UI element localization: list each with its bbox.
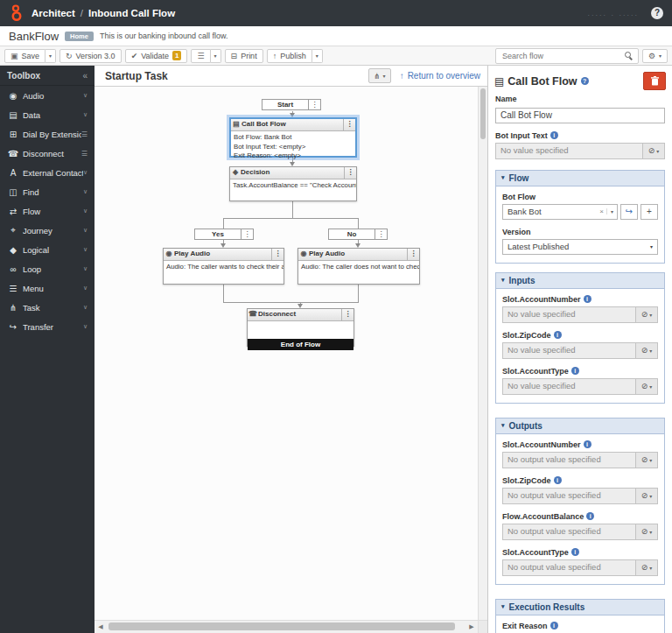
- canvas-horizontal-scrollbar[interactable]: ◀ ▶: [94, 620, 478, 633]
- chevron-down-icon[interactable]: ∨: [83, 207, 88, 215]
- chevron-down-icon[interactable]: ∨: [83, 92, 88, 99]
- add-flow-button[interactable]: +: [640, 204, 658, 220]
- chevron-down-icon[interactable]: ∨: [83, 246, 88, 253]
- output-value-field[interactable]: No output value specified⊘▾: [502, 559, 658, 576]
- value-mode-button[interactable]: ⊘▾: [635, 343, 657, 358]
- value-mode-button[interactable]: ⊘▾: [635, 307, 657, 322]
- search-input[interactable]: [500, 51, 621, 61]
- toolbox-item-journey[interactable]: ⌖Journey∨: [0, 221, 94, 240]
- toolbox-item-data[interactable]: ▤Data∨: [0, 105, 94, 124]
- value-mode-button[interactable]: ⊘▾: [635, 453, 657, 468]
- scrollbar-thumb[interactable]: [108, 622, 455, 630]
- breadcrumb-app[interactable]: Architect: [32, 8, 75, 18]
- chevron-down-icon[interactable]: ∨: [83, 111, 88, 118]
- publish-button[interactable]: ↑Publish: [267, 49, 312, 63]
- help-icon[interactable]: ?: [651, 7, 663, 19]
- toolbox-item-task[interactable]: ⋔Task∨: [0, 298, 94, 317]
- execution-results-header[interactable]: ▾Execution Results: [496, 600, 664, 615]
- save-menu-button[interactable]: ▾: [46, 49, 56, 63]
- value-mode-button[interactable]: ⊘▾: [635, 379, 657, 394]
- scrollbar-thumb[interactable]: [480, 88, 486, 139]
- disconnect-node[interactable]: ☎ Disconnect ⋮ End of Flow: [247, 308, 354, 347]
- node-menu-icon[interactable]: ⋮: [407, 249, 419, 260]
- outputs-section-header[interactable]: ▾Outputs: [496, 418, 664, 434]
- scroll-right-icon[interactable]: ▶: [466, 623, 478, 630]
- scroll-left-icon[interactable]: ◀: [94, 623, 107, 630]
- input-value-field[interactable]: No value specified⊘▾: [502, 378, 658, 395]
- toolbox-item-transfer[interactable]: ↪Transfer∨: [0, 317, 94, 336]
- toolbox-item-logical[interactable]: ◆Logical∨: [0, 240, 94, 259]
- yes-branch-label[interactable]: Yes ⋮: [194, 229, 254, 240]
- chevron-down-icon[interactable]: ∨: [83, 265, 88, 272]
- open-flow-button[interactable]: ↪: [620, 204, 638, 220]
- output-value-field[interactable]: No output value specified⊘▾: [502, 488, 658, 504]
- input-value-field[interactable]: No value specified⊘▾: [502, 306, 658, 323]
- info-icon[interactable]: i: [586, 512, 594, 520]
- help-icon[interactable]: ?: [581, 77, 589, 85]
- version-button[interactable]: ↻Version 3.0: [60, 49, 122, 63]
- decision-node[interactable]: ◈ Decision ⋮ Task.AccountBalance == "Che…: [229, 166, 357, 201]
- search-icon[interactable]: [625, 52, 634, 60]
- chevron-down-icon[interactable]: ∨: [83, 169, 88, 176]
- toolbox-item-dial-by-extension[interactable]: ⊞Dial By Extension☰: [0, 124, 94, 144]
- start-node[interactable]: Start ⋮: [262, 99, 321, 110]
- info-icon[interactable]: i: [571, 367, 579, 375]
- node-menu-icon[interactable]: ⋮: [308, 100, 320, 109]
- toolbox-item-loop[interactable]: ∞Loop∨: [0, 259, 94, 278]
- genesys-logo-icon[interactable]: [9, 4, 23, 23]
- value-mode-button[interactable]: ⊘▾: [635, 560, 657, 575]
- info-icon[interactable]: i: [584, 440, 592, 448]
- value-mode-button[interactable]: ⊘▾: [642, 144, 664, 158]
- account-text[interactable]: ..... . .....: [587, 9, 639, 18]
- toolbox-item-flow[interactable]: ⇄Flow∨: [0, 201, 94, 221]
- output-value-field[interactable]: No output value specified⊘▾: [502, 524, 658, 540]
- play-audio-no-node[interactable]: ◉ Play Audio ⋮ Audio: The caller does no…: [298, 248, 420, 285]
- node-menu-icon[interactable]: ⋮: [341, 309, 354, 320]
- toolbox-item-audio[interactable]: ◉Audio∨: [0, 86, 94, 105]
- delete-node-button[interactable]: [643, 72, 666, 90]
- flow-canvas[interactable]: Start ⋮ ▤ Call Bot Flow ⋮ Bot Flow: Bank…: [94, 87, 478, 620]
- output-value-field[interactable]: No output value specified⊘▾: [502, 452, 658, 468]
- play-audio-yes-node[interactable]: ◉ Play Audio ⋮ Audio: The caller wants t…: [163, 248, 284, 285]
- node-menu-icon[interactable]: ⋮: [374, 229, 387, 239]
- toolbox-item-find[interactable]: ◫Find∨: [0, 182, 94, 201]
- value-mode-button[interactable]: ⊘▾: [635, 524, 657, 539]
- chevron-down-icon[interactable]: ∨: [83, 188, 88, 195]
- chevron-down-icon[interactable]: ∨: [83, 285, 88, 292]
- no-branch-label[interactable]: No ⋮: [328, 229, 388, 240]
- name-input[interactable]: [495, 108, 665, 123]
- input-value-field[interactable]: No value specified⊘▾: [502, 342, 658, 359]
- toolbox-item-external-contacts[interactable]: AExternal Contacts∨: [0, 163, 94, 182]
- inputs-section-header[interactable]: ▾Inputs: [496, 273, 664, 289]
- print-button[interactable]: ⊟Print: [225, 49, 263, 63]
- toolbox-item-disconnect[interactable]: ☎Disconnect☰: [0, 144, 94, 163]
- node-menu-icon[interactable]: ⋮: [241, 229, 253, 239]
- chevron-down-icon[interactable]: ∨: [83, 323, 88, 330]
- return-to-overview-link[interactable]: ↑Return to overview: [400, 71, 480, 81]
- chevron-down-icon[interactable]: ∨: [83, 304, 88, 311]
- info-icon[interactable]: i: [550, 622, 558, 629]
- list-view-menu-button[interactable]: ▾: [211, 49, 221, 63]
- value-mode-button[interactable]: ⊘▾: [635, 489, 657, 503]
- info-icon[interactable]: i: [554, 476, 562, 484]
- canvas-settings-button[interactable]: ⚙▾: [642, 49, 668, 63]
- node-menu-icon[interactable]: ⋮: [344, 167, 356, 179]
- flow-section-header[interactable]: ▾Flow: [496, 171, 664, 186]
- info-icon[interactable]: i: [584, 295, 592, 303]
- list-view-button[interactable]: ☰: [191, 49, 210, 63]
- bot-input-text-field[interactable]: No value specified ⊘▾: [495, 143, 665, 159]
- info-icon[interactable]: i: [554, 331, 562, 339]
- node-menu-icon[interactable]: ⋮: [343, 119, 355, 130]
- node-menu-icon[interactable]: ⋮: [271, 249, 284, 260]
- chevron-down-icon[interactable]: ▾: [606, 208, 617, 215]
- call-bot-flow-node[interactable]: ▤ Call Bot Flow ⋮ Bot Flow: Bank Bot Bot…: [229, 117, 357, 158]
- drag-handle-icon[interactable]: ☰: [81, 130, 88, 138]
- collapse-toolbox-icon[interactable]: «: [82, 71, 88, 81]
- validate-button[interactable]: ✔Validate1: [125, 49, 188, 63]
- bot-flow-combobox[interactable]: Bank Bot × ▾: [502, 204, 618, 220]
- toolbox-item-menu[interactable]: ☰Menu∨: [0, 278, 94, 298]
- hierarchy-view-button[interactable]: ⋔▾: [368, 68, 391, 83]
- info-icon[interactable]: i: [571, 548, 579, 556]
- clear-icon[interactable]: ×: [597, 207, 606, 215]
- publish-menu-button[interactable]: ▾: [312, 49, 323, 63]
